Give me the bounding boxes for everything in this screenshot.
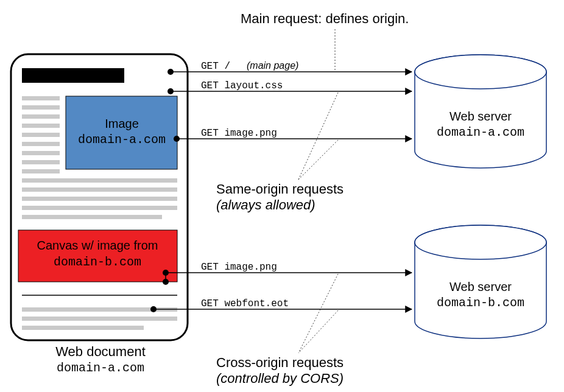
leader-same-origin-a [298,93,338,180]
server-b: Web server domain-b.com [415,225,546,338]
svg-rect-5 [22,142,60,146]
main-request-label: Main request: defines origin. [241,11,409,26]
server-b-label: Web server [449,280,512,293]
doc-image-label: Image [105,117,139,130]
doc-caption-domain: domain-a.com [57,361,144,375]
req-r4: GET image.png [201,262,277,273]
req-r1-method: GET / [201,61,230,72]
req-r5: GET webfont.eot [201,298,289,309]
svg-rect-6 [22,151,60,155]
leader-cross-origin-a [298,274,338,353]
server-a-domain: domain-a.com [437,125,524,139]
same-origin-sub: (always allowed) [216,197,315,212]
svg-rect-1 [22,105,60,110]
svg-rect-3 [22,124,60,128]
server-a: Web server domain-a.com [415,55,546,168]
doc-canvas-label: Canvas w/ image from [37,239,158,252]
server-b-domain: domain-b.com [437,296,524,310]
server-a-label: Web server [449,110,512,123]
same-origin-title: Same-origin requests [216,181,344,197]
svg-rect-2 [22,114,60,119]
svg-rect-8 [22,169,60,173]
svg-rect-16 [22,326,144,330]
svg-point-18 [415,55,546,89]
req-r3: GET image.png [201,128,277,139]
svg-rect-12 [22,206,177,210]
svg-rect-10 [22,187,177,192]
svg-point-21 [163,270,169,276]
doc-canvas-domain: domain-b.com [54,255,141,269]
leader-cross-origin-b [298,310,338,353]
cross-origin-title: Cross-origin requests [216,355,344,370]
svg-rect-13 [22,215,162,219]
svg-rect-7 [22,160,60,164]
doc-header-bar [22,68,124,83]
svg-rect-9 [22,178,177,183]
svg-rect-11 [22,197,177,201]
doc-image-domain: domain-a.com [78,133,166,147]
svg-rect-4 [22,133,60,137]
cross-origin-sub: (controlled by CORS) [216,371,344,386]
leader-same-origin-b [298,140,338,180]
svg-point-20 [415,225,546,259]
req-r2: GET layout.css [201,80,283,91]
req-r1-note: (main page) [247,60,298,71]
svg-rect-0 [22,96,60,100]
svg-rect-15 [22,317,177,321]
doc-caption-title: Web document [55,344,146,359]
